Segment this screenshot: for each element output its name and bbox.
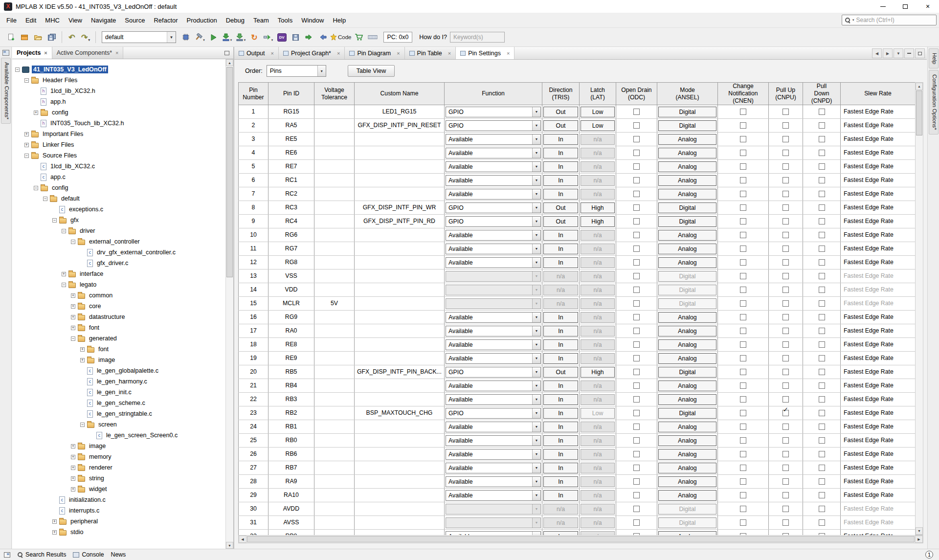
open-drain-checkbox[interactable] xyxy=(633,396,640,403)
mode-cell[interactable]: Analog xyxy=(658,394,716,405)
latch-cell[interactable]: n/a xyxy=(581,353,615,364)
refresh-debug-tool-button[interactable]: ↻ xyxy=(248,31,261,44)
tree-item-41-int035-v3-ledonoff[interactable]: −41_INT035_V3_LedOnOff xyxy=(15,64,225,75)
pull-up-checkbox[interactable] xyxy=(782,355,789,361)
open-drain-checkbox[interactable] xyxy=(633,506,640,512)
custom-name-cell[interactable] xyxy=(355,393,445,406)
custom-name-cell[interactable] xyxy=(355,324,445,338)
pull-down-checkbox[interactable] xyxy=(819,109,825,115)
mode-cell[interactable]: Analog xyxy=(658,257,716,268)
expand-icon[interactable]: + xyxy=(71,466,75,470)
mode-cell[interactable]: Analog xyxy=(658,148,716,158)
pull-up-checkbox[interactable] xyxy=(782,122,789,129)
collapse-icon[interactable]: − xyxy=(62,229,66,233)
pull-up-checkbox[interactable] xyxy=(782,177,789,183)
mode-cell[interactable]: Analog xyxy=(658,134,716,145)
slew-rate-cell[interactable]: Fastest Edge Rate xyxy=(841,379,916,393)
latch-cell[interactable]: n/a xyxy=(581,230,615,241)
mode-cell[interactable]: Analog xyxy=(658,449,716,460)
slew-rate-cell[interactable]: Fastest Edge Rate xyxy=(841,256,916,269)
open-drain-checkbox[interactable] xyxy=(633,492,640,498)
tree-item-int035-touch-lib-xc32-h[interactable]: hINT035_Touch_lib_XC32.h xyxy=(15,118,225,129)
tree-item-memory[interactable]: +memory xyxy=(15,451,225,462)
change-notification-checkbox[interactable] xyxy=(740,232,746,238)
menu-item-debug[interactable]: Debug xyxy=(222,13,249,27)
program-device-button[interactable] xyxy=(303,31,315,44)
function-select[interactable]: Available▼ xyxy=(446,161,541,172)
scrollbar-thumb[interactable] xyxy=(226,67,233,277)
tree-item-gfx-driver-c[interactable]: cgfx_driver.c xyxy=(15,258,225,269)
open-drain-checkbox[interactable] xyxy=(633,122,640,129)
change-notification-checkbox[interactable] xyxy=(740,478,746,485)
tab-active-components[interactable]: Active Components*× xyxy=(52,47,124,59)
order-select[interactable]: Pins ▼ xyxy=(267,65,326,77)
slew-rate-cell[interactable]: Fastest Edge Rate xyxy=(841,475,916,489)
function-select[interactable]: Available▼ xyxy=(446,175,541,186)
pull-down-checkbox[interactable] xyxy=(819,410,825,416)
change-notification-checkbox[interactable] xyxy=(740,246,746,252)
tree-item-config[interactable]: +config xyxy=(15,107,225,118)
latch-cell[interactable]: Low xyxy=(581,120,615,131)
slew-rate-cell[interactable]: Fastest Edge Rate xyxy=(841,434,916,448)
function-select[interactable]: Available▼ xyxy=(446,531,541,536)
tree-item-interface[interactable]: +interface xyxy=(15,269,225,279)
open-drain-checkbox[interactable] xyxy=(633,177,640,183)
custom-name-cell[interactable]: GFX_DISP_INTF_PIN_BACK... xyxy=(355,365,445,379)
expand-icon[interactable]: + xyxy=(80,347,85,352)
change-notification-checkbox[interactable] xyxy=(740,355,746,361)
close-button[interactable]: × xyxy=(917,0,939,13)
custom-name-cell[interactable] xyxy=(355,133,445,146)
tree-item-external-controller[interactable]: −external_controller xyxy=(15,236,225,247)
close-icon[interactable]: × xyxy=(507,50,510,56)
open-drain-checkbox[interactable] xyxy=(633,287,640,293)
tree-item-default[interactable]: −default xyxy=(15,193,225,204)
pull-up-checkbox[interactable] xyxy=(782,218,789,224)
tab-projects[interactable]: Projects× xyxy=(12,47,52,59)
undo-button[interactable]: ↶ xyxy=(66,31,78,44)
function-select[interactable]: GPIO▼ xyxy=(446,107,541,117)
open-project-button[interactable] xyxy=(32,31,45,44)
latch-cell[interactable]: n/a xyxy=(581,312,615,323)
direction-cell[interactable]: In xyxy=(543,531,578,536)
debug-project-button[interactable]: ▾ xyxy=(234,31,247,44)
pull-up-checkbox[interactable] xyxy=(782,492,789,498)
mode-cell[interactable]: Analog xyxy=(658,463,716,473)
pull-up-checkbox[interactable] xyxy=(782,437,789,444)
minimize-panel-button[interactable] xyxy=(223,49,231,57)
mode-cell[interactable]: Digital xyxy=(658,120,716,131)
pull-up-checkbox[interactable] xyxy=(782,314,789,320)
custom-name-cell[interactable] xyxy=(355,352,445,365)
latch-cell[interactable]: n/a xyxy=(581,339,615,350)
save-all-button[interactable] xyxy=(45,31,58,44)
slew-rate-cell[interactable]: Fastest Edge Rate xyxy=(841,406,916,420)
change-notification-checkbox[interactable] xyxy=(740,163,746,170)
tab-list-button[interactable]: ▼ xyxy=(894,48,903,58)
change-notification-checkbox[interactable] xyxy=(740,424,746,430)
expand-icon[interactable]: + xyxy=(71,455,75,459)
pull-up-checkbox[interactable] xyxy=(782,191,789,197)
generate-code-button[interactable]: Code xyxy=(330,31,352,44)
custom-name-cell[interactable] xyxy=(355,420,445,434)
close-icon[interactable]: × xyxy=(448,50,451,56)
tree-item-datastructure[interactable]: +datastructure xyxy=(15,312,225,322)
open-drain-checkbox[interactable] xyxy=(633,410,640,416)
pull-down-checkbox[interactable] xyxy=(819,300,825,307)
function-select[interactable]: Available▼ xyxy=(446,326,541,336)
expand-icon[interactable]: + xyxy=(24,143,29,147)
scroll-down-icon[interactable]: ▼ xyxy=(226,542,233,549)
direction-cell[interactable]: In xyxy=(543,148,578,158)
scroll-up-icon[interactable]: ▲ xyxy=(226,59,233,66)
tree-item-config[interactable]: −config xyxy=(15,182,225,193)
expand-icon[interactable]: + xyxy=(71,293,75,298)
pull-up-checkbox[interactable] xyxy=(782,424,789,430)
slew-rate-cell[interactable]: Fastest Edge Rate xyxy=(841,215,916,228)
close-icon[interactable]: × xyxy=(397,50,400,56)
custom-name-cell[interactable]: BSP_MAXTOUCH_CHG xyxy=(355,406,445,420)
pull-up-checkbox[interactable] xyxy=(782,204,789,211)
maximize-group-button[interactable] xyxy=(915,48,925,58)
latch-cell[interactable]: High xyxy=(581,202,615,213)
close-icon[interactable]: × xyxy=(271,50,274,56)
pull-up-checkbox[interactable] xyxy=(782,163,789,170)
pull-down-checkbox[interactable] xyxy=(819,478,825,485)
dock-icon[interactable] xyxy=(2,50,9,56)
